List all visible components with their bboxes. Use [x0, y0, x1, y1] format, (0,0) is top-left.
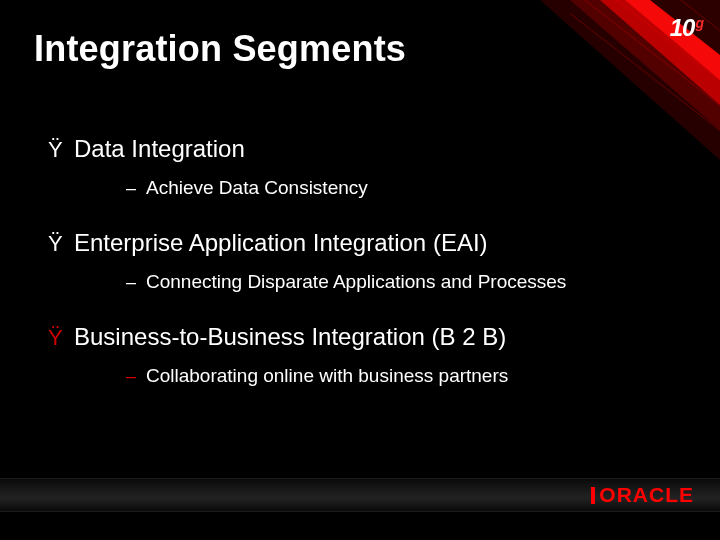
sub-bullet-item: – Connecting Disparate Applications and … [126, 271, 680, 293]
bullet-item: Ÿ Business-to-Business Integration (B 2 … [48, 323, 680, 351]
sub-bullet-text: Achieve Data Consistency [146, 177, 368, 199]
page-title: Integration Segments [34, 28, 406, 70]
ten-g-ten: 10 [670, 14, 695, 41]
ten-g-logo: 10g [670, 14, 702, 42]
slide: 10g Integration Segments Ÿ Data Integrat… [0, 0, 720, 540]
bullet-text: Business-to-Business Integration (B 2 B) [74, 323, 506, 351]
ten-g-g: g [695, 15, 703, 31]
sub-bullet-text: Collaborating online with business partn… [146, 365, 508, 387]
bullet-text: Enterprise Application Integration (EAI) [74, 229, 488, 257]
oracle-logo-bar-icon [591, 487, 595, 504]
bullet-marker: Ÿ [48, 137, 74, 163]
bullet-item: Ÿ Data Integration [48, 135, 680, 163]
sub-bullet-text: Connecting Disparate Applications and Pr… [146, 271, 566, 293]
oracle-logo-text: ORACLE [599, 483, 694, 506]
sub-bullet-marker: – [126, 178, 146, 199]
sub-bullet-item: – Achieve Data Consistency [126, 177, 680, 199]
bullet-marker: Ÿ [48, 231, 74, 257]
bullet-item: Ÿ Enterprise Application Integration (EA… [48, 229, 680, 257]
oracle-logo: ORACLE [591, 483, 694, 507]
sub-bullet-item: – Collaborating online with business par… [126, 365, 680, 387]
bullet-text: Data Integration [74, 135, 245, 163]
sub-bullet-marker: – [126, 366, 146, 387]
content-area: Ÿ Data Integration – Achieve Data Consis… [48, 135, 680, 460]
bullet-marker: Ÿ [48, 325, 74, 351]
sub-bullet-marker: – [126, 272, 146, 293]
